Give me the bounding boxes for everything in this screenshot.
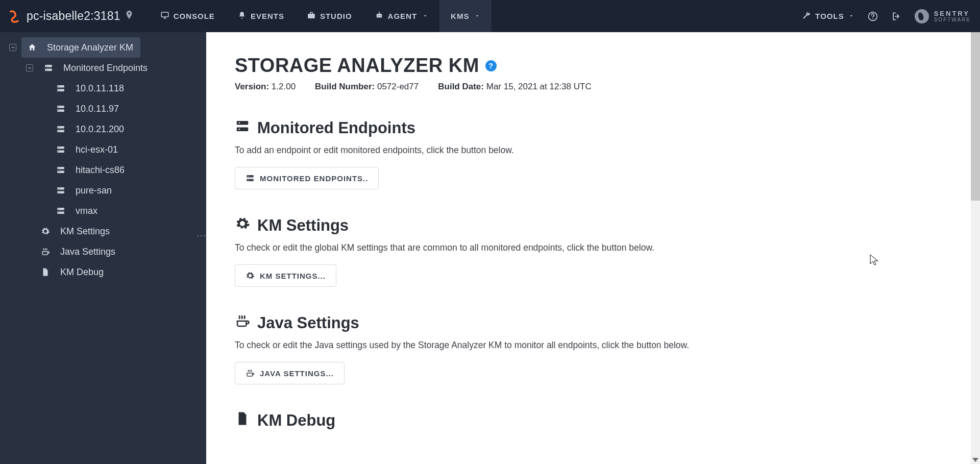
tree-endpoint-item[interactable]: pure-san [0, 180, 206, 201]
server-icon [55, 104, 66, 113]
server-icon [55, 206, 66, 215]
home-icon [27, 43, 38, 52]
endpoint-label: 10.0.21.200 [76, 124, 124, 135]
gear-icon [40, 227, 51, 236]
scrollbar-down-icon[interactable] [972, 458, 978, 462]
km-settings-button[interactable]: KM SETTINGS... [235, 264, 336, 287]
version-value: 1.2.00 [272, 82, 296, 91]
tree-endpoints[interactable]: − Monitored Endpoints [0, 58, 206, 78]
sentry-brand: SENTRY SOFTWARE [915, 9, 971, 23]
server-icon [43, 63, 54, 72]
server-icon [55, 84, 66, 93]
section-java-settings: Java Settings To check or edit the Java … [235, 313, 761, 384]
tree-km-debug-label: KM Debug [60, 267, 104, 278]
nav-kms[interactable]: KMs [439, 0, 492, 32]
nav-kms-label: KMs [451, 12, 469, 20]
section-java-title: Java Settings [257, 314, 359, 332]
nav-studio[interactable]: STUDIO [296, 0, 363, 32]
date-label: Build Date: [438, 82, 484, 91]
file-icon [235, 411, 250, 430]
section-km-settings: KM Settings To check or edit the global … [235, 216, 761, 287]
tree-root[interactable]: − Storage Analyzer KM [0, 37, 206, 58]
tools-menu[interactable]: TOOLS [802, 11, 854, 21]
kebab-menu-icon[interactable]: ⋮ [196, 231, 207, 241]
cursor-icon [870, 254, 879, 266]
tree-endpoint-item[interactable]: 10.0.21.200 [0, 119, 206, 139]
version-label: Version: [235, 82, 269, 91]
briefcase-icon [307, 11, 316, 21]
server-icon [235, 118, 250, 138]
sentry-brand-top: SENTRY [934, 10, 971, 17]
section-km-debug: KM Debug [235, 411, 761, 430]
server-icon [55, 145, 66, 154]
gear-icon [235, 216, 250, 235]
meta-row: Version: 1.2.00 Build Number: 0572-ed77 … [235, 82, 761, 92]
endpoint-label: hitachi-cs86 [76, 165, 125, 176]
page-title: STORAGE ANALYZER KM ? [235, 55, 761, 77]
sidebar: − Storage Analyzer KM − Monitored Endpoi… [0, 32, 206, 464]
host-label: pc-isabelle2:3181 [27, 9, 120, 23]
monitored-endpoints-button[interactable]: MONITORED ENDPOINTS.. [235, 167, 379, 189]
robot-icon [375, 11, 384, 21]
date-value: Mar 15, 2021 at 12:38 UTC [486, 82, 592, 91]
logout-button[interactable] [891, 11, 901, 21]
java-settings-button-label: JAVA SETTINGS... [260, 369, 334, 378]
section-km-title: KM Settings [257, 216, 349, 235]
section-java-desc: To check or edit the Java settings used … [235, 340, 761, 351]
bell-icon [237, 11, 247, 21]
server-icon [55, 125, 66, 134]
help-button[interactable] [868, 11, 878, 21]
tree-endpoint-item[interactable]: 10.0.11.97 [0, 99, 206, 119]
section-endpoints-title: Monitored Endpoints [257, 119, 415, 137]
server-icon [55, 165, 66, 175]
nav-events-label: EVENTS [251, 12, 284, 20]
main-nav: CONSOLE EVENTS STUDIO AGENT KMs [149, 0, 492, 32]
build-value: 0572-ed77 [377, 82, 419, 91]
tools-label: TOOLS [815, 12, 844, 20]
endpoint-label: hci-esx-01 [76, 144, 118, 155]
help-icon[interactable]: ? [485, 60, 497, 71]
section-debug-title: KM Debug [257, 411, 335, 430]
chevron-down-icon [848, 12, 854, 20]
right-toolbar: TOOLS SENTRY SOFTWARE [802, 9, 971, 23]
tree-endpoint-item[interactable]: 10.0.11.118 [0, 78, 206, 99]
endpoint-label: 10.0.11.97 [76, 104, 119, 114]
build-label: Build Number: [315, 82, 375, 91]
collapse-icon[interactable]: − [9, 44, 16, 51]
section-endpoints-desc: To add an endpoint or edit monitored end… [235, 145, 761, 156]
server-icon [246, 174, 255, 183]
section-km-desc: To check or edit the global KM settings … [235, 242, 761, 253]
page-title-text: STORAGE ANALYZER KM [235, 55, 479, 77]
server-icon [55, 186, 66, 195]
tree-km-debug[interactable]: KM Debug [0, 262, 206, 282]
tree-endpoints-label: Monitored Endpoints [63, 63, 148, 74]
chevron-down-icon [474, 12, 480, 20]
tree-java-settings-label: Java Settings [60, 247, 115, 257]
collapse-icon[interactable]: − [26, 64, 33, 71]
file-icon [40, 267, 51, 277]
section-endpoints: Monitored Endpoints To add an endpoint o… [235, 118, 761, 189]
location-pin-icon[interactable] [124, 10, 135, 23]
sentry-logo-icon [915, 9, 929, 23]
gear-icon [246, 271, 255, 280]
tree-endpoint-item[interactable]: hci-esx-01 [0, 139, 206, 160]
tree-km-settings-label: KM Settings [60, 226, 110, 237]
tree-java-settings[interactable]: Java Settings [0, 241, 206, 262]
nav-events[interactable]: EVENTS [226, 0, 296, 32]
main-content: STORAGE ANALYZER KM ? Version: 1.2.00 Bu… [206, 32, 980, 464]
tree-km-settings[interactable]: KM Settings [0, 221, 206, 241]
scrollbar-thumb[interactable] [971, 32, 980, 201]
tree-endpoint-item[interactable]: vmax [0, 201, 206, 221]
km-settings-button-label: KM SETTINGS... [260, 272, 326, 280]
tree-root-label: Storage Analyzer KM [47, 42, 133, 53]
nav-studio-label: STUDIO [320, 12, 352, 20]
nav-console-label: CONSOLE [174, 12, 215, 20]
nav-agent-label: AGENT [388, 12, 418, 20]
display-icon [160, 11, 169, 21]
tree-endpoint-item[interactable]: hitachi-cs86 [0, 160, 206, 180]
nav-agent[interactable]: AGENT [363, 0, 440, 32]
monitored-endpoints-button-label: MONITORED ENDPOINTS.. [260, 174, 368, 183]
nav-console[interactable]: CONSOLE [149, 0, 226, 32]
coffee-icon [40, 247, 51, 256]
java-settings-button[interactable]: JAVA SETTINGS... [235, 362, 345, 384]
